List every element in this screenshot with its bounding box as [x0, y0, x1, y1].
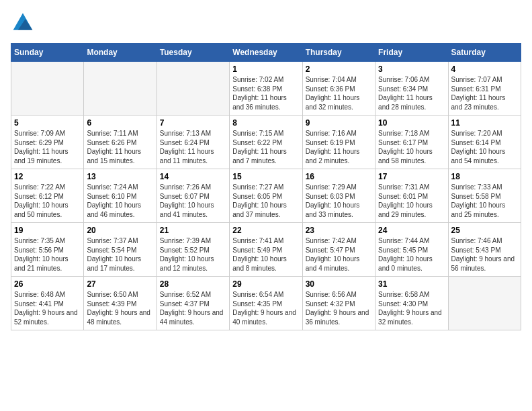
day-info: Sunrise: 7:06 AMSunset: 6:34 PMDaylight:… [378, 75, 445, 111]
calendar-cell: 29Sunrise: 6:54 AMSunset: 4:35 PMDayligh… [230, 277, 302, 330]
weekday-header-wednesday: Wednesday [230, 44, 302, 62]
calendar-cell: 9Sunrise: 7:16 AMSunset: 6:19 PMDaylight… [302, 116, 375, 169]
calendar-cell [448, 277, 521, 330]
calendar-cell: 27Sunrise: 6:50 AMSunset: 4:39 PMDayligh… [84, 277, 157, 330]
calendar-cell: 12Sunrise: 7:22 AMSunset: 6:12 PMDayligh… [11, 169, 84, 223]
calendar-cell: 31Sunrise: 6:58 AMSunset: 4:30 PMDayligh… [375, 277, 448, 330]
day-info: Sunrise: 7:39 AMSunset: 5:52 PMDaylight:… [160, 236, 226, 273]
day-number: 6 [87, 118, 153, 128]
day-number: 2 [306, 64, 372, 74]
day-info: Sunrise: 7:44 AMSunset: 5:45 PMDaylight:… [378, 236, 445, 273]
calendar-cell: 10Sunrise: 7:18 AMSunset: 6:17 PMDayligh… [375, 116, 448, 169]
day-number: 9 [306, 118, 372, 128]
day-info: Sunrise: 7:26 AMSunset: 6:07 PMDaylight:… [160, 183, 226, 219]
day-number: 1 [232, 64, 299, 74]
day-number: 24 [378, 226, 445, 235]
calendar: SundayMondayTuesdayWednesdayThursdayFrid… [11, 43, 521, 330]
header [11, 11, 521, 35]
calendar-cell: 30Sunrise: 6:56 AMSunset: 4:32 PMDayligh… [302, 277, 375, 330]
weekday-header-sunday: Sunday [11, 44, 84, 62]
week-row-1: 1Sunrise: 7:02 AMSunset: 6:38 PMDaylight… [11, 62, 521, 116]
calendar-cell: 11Sunrise: 7:20 AMSunset: 6:14 PMDayligh… [448, 116, 521, 169]
day-number: 13 [87, 172, 153, 181]
day-number: 28 [160, 279, 226, 289]
calendar-cell: 18Sunrise: 7:33 AMSunset: 5:58 PMDayligh… [448, 169, 521, 223]
day-number: 15 [232, 172, 299, 181]
day-number: 17 [378, 172, 445, 181]
day-info: Sunrise: 7:42 AMSunset: 5:47 PMDaylight:… [306, 236, 372, 273]
day-info: Sunrise: 7:13 AMSunset: 6:24 PMDaylight:… [160, 129, 226, 165]
day-info: Sunrise: 7:37 AMSunset: 5:54 PMDaylight:… [87, 236, 153, 273]
day-number: 21 [160, 226, 226, 235]
day-info: Sunrise: 7:16 AMSunset: 6:19 PMDaylight:… [306, 129, 372, 165]
week-row-2: 5Sunrise: 7:09 AMSunset: 6:29 PMDaylight… [11, 116, 521, 169]
day-info: Sunrise: 7:02 AMSunset: 6:38 PMDaylight:… [232, 75, 299, 111]
day-info: Sunrise: 7:31 AMSunset: 6:01 PMDaylight:… [378, 183, 445, 219]
day-number: 3 [378, 64, 445, 74]
calendar-cell [157, 62, 229, 116]
day-info: Sunrise: 7:07 AMSunset: 6:31 PMDaylight:… [451, 75, 518, 111]
day-info: Sunrise: 7:15 AMSunset: 6:22 PMDaylight:… [232, 129, 299, 165]
calendar-cell: 1Sunrise: 7:02 AMSunset: 6:38 PMDaylight… [230, 62, 302, 116]
calendar-cell: 5Sunrise: 7:09 AMSunset: 6:29 PMDaylight… [11, 116, 84, 169]
day-number: 16 [306, 172, 372, 181]
day-info: Sunrise: 7:11 AMSunset: 6:26 PMDaylight:… [87, 129, 153, 165]
day-info: Sunrise: 7:24 AMSunset: 6:10 PMDaylight:… [87, 183, 153, 219]
day-number: 10 [378, 118, 445, 128]
day-info: Sunrise: 6:54 AMSunset: 4:35 PMDaylight:… [232, 290, 299, 326]
calendar-cell [11, 62, 84, 116]
day-number: 7 [160, 118, 226, 128]
logo-icon [11, 11, 35, 35]
day-number: 14 [160, 172, 226, 181]
week-row-4: 19Sunrise: 7:35 AMSunset: 5:56 PMDayligh… [11, 223, 521, 277]
weekday-header-thursday: Thursday [302, 44, 375, 62]
day-number: 25 [451, 226, 518, 235]
day-number: 12 [14, 172, 81, 181]
calendar-cell: 6Sunrise: 7:11 AMSunset: 6:26 PMDaylight… [84, 116, 157, 169]
day-info: Sunrise: 7:09 AMSunset: 6:29 PMDaylight:… [14, 129, 81, 165]
calendar-cell: 2Sunrise: 7:04 AMSunset: 6:36 PMDaylight… [302, 62, 375, 116]
day-info: Sunrise: 6:50 AMSunset: 4:39 PMDaylight:… [87, 290, 153, 326]
day-info: Sunrise: 7:27 AMSunset: 6:05 PMDaylight:… [232, 183, 299, 219]
day-number: 27 [87, 279, 153, 289]
calendar-cell: 17Sunrise: 7:31 AMSunset: 6:01 PMDayligh… [375, 169, 448, 223]
weekday-header-tuesday: Tuesday [157, 44, 229, 62]
calendar-cell: 19Sunrise: 7:35 AMSunset: 5:56 PMDayligh… [11, 223, 84, 277]
day-number: 11 [451, 118, 518, 128]
calendar-cell: 8Sunrise: 7:15 AMSunset: 6:22 PMDaylight… [230, 116, 302, 169]
weekday-header-saturday: Saturday [448, 44, 521, 62]
day-info: Sunrise: 7:33 AMSunset: 5:58 PMDaylight:… [451, 183, 518, 219]
day-number: 23 [306, 226, 372, 235]
day-info: Sunrise: 7:46 AMSunset: 5:43 PMDaylight:… [451, 236, 518, 273]
calendar-cell: 4Sunrise: 7:07 AMSunset: 6:31 PMDaylight… [448, 62, 521, 116]
day-number: 8 [232, 118, 299, 128]
day-number: 29 [232, 279, 299, 289]
calendar-cell: 14Sunrise: 7:26 AMSunset: 6:07 PMDayligh… [157, 169, 229, 223]
calendar-cell: 3Sunrise: 7:06 AMSunset: 6:34 PMDaylight… [375, 62, 448, 116]
calendar-cell: 16Sunrise: 7:29 AMSunset: 6:03 PMDayligh… [302, 169, 375, 223]
day-number: 31 [378, 279, 445, 289]
calendar-cell: 22Sunrise: 7:41 AMSunset: 5:49 PMDayligh… [230, 223, 302, 277]
day-info: Sunrise: 7:18 AMSunset: 6:17 PMDaylight:… [378, 129, 445, 165]
day-number: 26 [14, 279, 81, 289]
calendar-cell: 28Sunrise: 6:52 AMSunset: 4:37 PMDayligh… [157, 277, 229, 330]
day-info: Sunrise: 7:22 AMSunset: 6:12 PMDaylight:… [14, 183, 81, 219]
calendar-cell: 26Sunrise: 6:48 AMSunset: 4:41 PMDayligh… [11, 277, 84, 330]
day-info: Sunrise: 7:20 AMSunset: 6:14 PMDaylight:… [451, 129, 518, 165]
calendar-cell: 23Sunrise: 7:42 AMSunset: 5:47 PMDayligh… [302, 223, 375, 277]
calendar-cell: 21Sunrise: 7:39 AMSunset: 5:52 PMDayligh… [157, 223, 229, 277]
day-number: 4 [451, 64, 518, 74]
calendar-cell: 24Sunrise: 7:44 AMSunset: 5:45 PMDayligh… [375, 223, 448, 277]
day-number: 22 [232, 226, 299, 235]
day-info: Sunrise: 7:04 AMSunset: 6:36 PMDaylight:… [306, 75, 372, 111]
day-number: 20 [87, 226, 153, 235]
calendar-cell: 15Sunrise: 7:27 AMSunset: 6:05 PMDayligh… [230, 169, 302, 223]
week-row-5: 26Sunrise: 6:48 AMSunset: 4:41 PMDayligh… [11, 277, 521, 330]
calendar-cell: 25Sunrise: 7:46 AMSunset: 5:43 PMDayligh… [448, 223, 521, 277]
day-info: Sunrise: 7:29 AMSunset: 6:03 PMDaylight:… [306, 183, 372, 219]
logo [11, 11, 39, 35]
calendar-cell: 13Sunrise: 7:24 AMSunset: 6:10 PMDayligh… [84, 169, 157, 223]
day-number: 18 [451, 172, 518, 181]
calendar-cell: 7Sunrise: 7:13 AMSunset: 6:24 PMDaylight… [157, 116, 229, 169]
day-info: Sunrise: 7:41 AMSunset: 5:49 PMDaylight:… [232, 236, 299, 273]
